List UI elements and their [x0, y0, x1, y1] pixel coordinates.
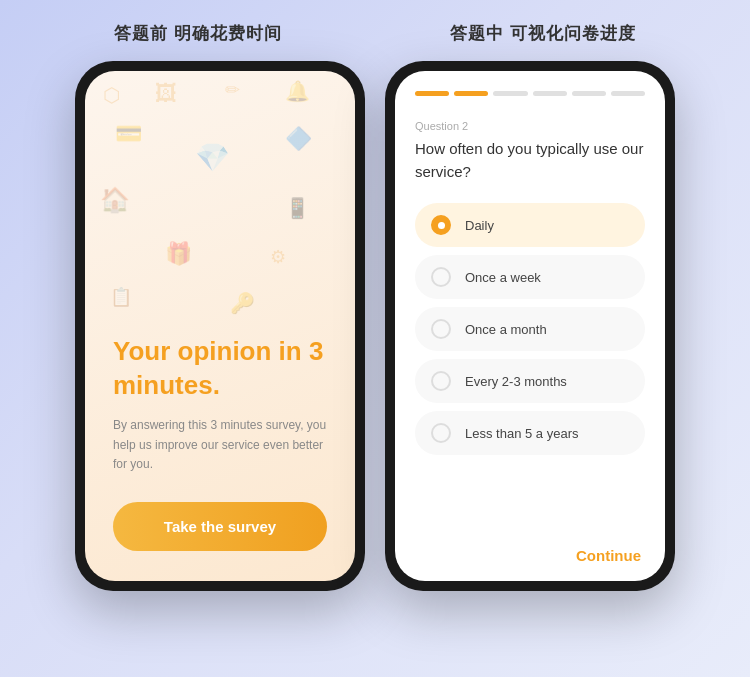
left-phone-description: By answering this 3 minutes survey, you … [113, 416, 327, 474]
bg-icon-6: 💎 [195, 141, 230, 174]
continue-row: Continue [395, 533, 665, 581]
bg-icon-7: 🔷 [285, 126, 312, 152]
phones-container: ⬡ 🖼 ✏ 🔔 💳 💎 🔷 🏠 📱 🎁 ⚙ 📋 🔑 Your opinion i… [55, 61, 695, 591]
header-right-title: 答题中 可视化问卷进度 [450, 22, 636, 45]
left-phone: ⬡ 🖼 ✏ 🔔 💳 💎 🔷 🏠 📱 🎁 ⚙ 📋 🔑 Your opinion i… [75, 61, 365, 591]
page-header: 答题前 明确花费时间 答题中 可视化问卷进度 [0, 0, 750, 61]
question-text: How often do you typically use our servi… [395, 138, 665, 183]
bg-icon-10: 🎁 [165, 241, 192, 267]
option-label-less-than-5-years: Less than 5 a years [465, 426, 578, 441]
progress-segment-5 [572, 91, 606, 96]
option-label-daily: Daily [465, 218, 494, 233]
bg-icon-5: 💳 [115, 121, 142, 147]
continue-button[interactable]: Continue [576, 547, 641, 564]
option-every-2-3-months[interactable]: Every 2-3 months [415, 359, 645, 403]
option-label-once-week: Once a week [465, 270, 541, 285]
option-label-every-2-3-months: Every 2-3 months [465, 374, 567, 389]
bg-icon-9: 📱 [285, 196, 310, 220]
progress-segment-2 [454, 91, 488, 96]
radio-inner-daily [438, 222, 445, 229]
option-daily[interactable]: Daily [415, 203, 645, 247]
header-left-title: 答题前 明确花费时间 [114, 22, 282, 45]
progress-segment-4 [533, 91, 567, 96]
option-once-month[interactable]: Once a month [415, 307, 645, 351]
bg-icon-2: 🖼 [155, 81, 177, 107]
radio-less-than-5-years [431, 423, 451, 443]
right-phone: Question 2 How often do you typically us… [385, 61, 675, 591]
right-phone-screen: Question 2 How often do you typically us… [395, 71, 665, 581]
progress-segment-3 [493, 91, 527, 96]
radio-every-2-3-months [431, 371, 451, 391]
left-phone-content: Your opinion in 3 minutes. By answering … [85, 311, 355, 502]
progress-segment-6 [611, 91, 645, 96]
question-label: Question 2 [395, 120, 665, 132]
option-once-week[interactable]: Once a week [415, 255, 645, 299]
progress-segment-1 [415, 91, 449, 96]
option-less-than-5-years[interactable]: Less than 5 a years [415, 411, 645, 455]
progress-bar [395, 91, 665, 96]
option-label-once-month: Once a month [465, 322, 547, 337]
radio-once-week [431, 267, 451, 287]
bg-icon-11: ⚙ [270, 246, 286, 268]
bg-icon-12: 📋 [110, 286, 132, 308]
radio-once-month [431, 319, 451, 339]
left-phone-screen: ⬡ 🖼 ✏ 🔔 💳 💎 🔷 🏠 📱 🎁 ⚙ 📋 🔑 Your opinion i… [85, 71, 355, 581]
bg-icon-4: 🔔 [285, 79, 310, 103]
bg-icon-1: ⬡ [103, 83, 120, 107]
take-survey-button[interactable]: Take the survey [113, 502, 327, 551]
options-list: Daily Once a week Once a month Every 2-3… [395, 203, 665, 533]
radio-daily [431, 215, 451, 235]
bg-icon-3: ✏ [225, 79, 240, 101]
bg-icon-8: 🏠 [100, 186, 130, 214]
left-phone-title: Your opinion in 3 minutes. [113, 335, 327, 403]
